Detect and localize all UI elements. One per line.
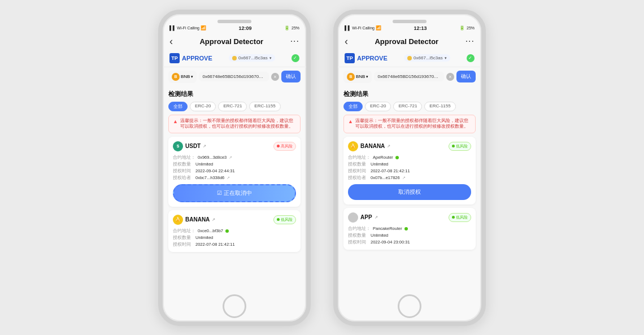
address-pill-r[interactable]: 0x667...l5c3as ▾	[404, 54, 450, 62]
back-button[interactable]: ‹	[169, 36, 173, 47]
wifi-signal-icon: 📶	[201, 25, 206, 31]
token-card-app: APP ↗ 低风险 合约地址： PancakeRouter	[343, 208, 476, 250]
app-header-right: TP APPROVE 0x667...l5c3as ▾ ✓	[338, 51, 481, 67]
scroll-area-left[interactable]: 检测结果 全部 ERC-20 ERC-721 ERC-1155 ▲ 温馨提示：一…	[163, 86, 306, 297]
token-name-usdt: $ USDT ↗	[173, 141, 206, 151]
clear-button-r[interactable]: ×	[446, 73, 454, 81]
tab-erc721-r[interactable]: ERC-721	[393, 102, 422, 111]
banana-link-icon[interactable]: ↗	[212, 217, 215, 222]
banana-time-value-r: 2022-07-08 21:42:11	[371, 168, 410, 173]
auth-link-icon[interactable]: ↗	[227, 176, 230, 180]
external-link-icon[interactable]: ↗	[203, 144, 206, 149]
amount-label: 授权数量	[173, 162, 193, 167]
banana-icon-r: 🍌	[348, 141, 358, 151]
contract-label: 合约地址：	[173, 155, 195, 160]
wifi-label: Wi-Fi Calling	[177, 26, 199, 30]
back-button-r[interactable]: ‹	[345, 36, 348, 47]
time-label: 授权时间	[173, 168, 193, 174]
risk-dot-low-icon	[277, 218, 280, 221]
address-text-r: 0x667...l5c3as	[414, 55, 443, 60]
battery-icon: 🔋	[284, 25, 290, 31]
tab-all[interactable]: 全部	[168, 102, 188, 111]
warning-icon-r: ▲	[348, 119, 353, 124]
confirm-button[interactable]: 确认	[281, 71, 301, 82]
app-amount-value: Unlimited	[371, 233, 388, 238]
risk-label-high: 高风险	[281, 143, 293, 149]
status-right-r: 🔋 25%	[459, 25, 475, 31]
nav-bar-right: ‹ Approval Detector ···	[338, 33, 481, 51]
tab-erc1155-r[interactable]: ERC-1155	[424, 102, 455, 111]
confirm-button-r[interactable]: 确认	[456, 71, 476, 82]
contract-link-icon[interactable]: ↗	[229, 155, 232, 160]
more-button[interactable]: ···	[290, 36, 299, 46]
cancel-active-button[interactable]: ☑ 正在取消中	[173, 184, 296, 202]
banana-label: BANANA	[185, 216, 210, 223]
chevron-down-icon-r: ▾	[445, 56, 447, 60]
banana-link-icon-r[interactable]: ↗	[387, 144, 390, 149]
wifi-icon: ▌▌	[169, 25, 176, 31]
status-time-r: 12:13	[414, 25, 427, 31]
app-label: APP	[360, 214, 372, 220]
risk-badge-high: 高风险	[273, 142, 296, 151]
tab-erc20-r[interactable]: ERC-20	[365, 102, 391, 111]
page-title-r: Approval Detector	[375, 37, 438, 46]
battery-icon-r: 🔋	[459, 25, 465, 31]
app-contract-row: 合约地址： PancakeRouter	[348, 226, 471, 232]
address-input[interactable]: 0x66748e65BD156d193670Ad6A6	[199, 72, 269, 81]
tab-erc1155[interactable]: ERC-1155	[249, 102, 280, 111]
tab-erc721[interactable]: ERC-721	[218, 102, 247, 111]
banana-time-label: 授权时间	[173, 242, 193, 247]
chain-select[interactable]: B BNB ▾	[168, 71, 197, 83]
scroll-area-right[interactable]: 检测结果 全部 ERC-20 ERC-721 ERC-1155 ▲ 温馨提示：一…	[338, 86, 481, 297]
risk-badge-low-app: 低风险	[449, 213, 471, 222]
clear-button[interactable]: ×	[271, 73, 279, 81]
phone-right: ▌▌ Wi-Fi Calling 📶 12:13 🔋 25% ‹ Approva…	[333, 10, 486, 326]
tp-icon: TP	[169, 53, 180, 63]
more-button-r[interactable]: ···	[465, 36, 475, 46]
app-logo: TP APPROVE	[169, 53, 212, 63]
token-info-banana-r: 合约地址： ApeRouter 授权数量 Unlimited 授权时间 2022…	[348, 155, 471, 181]
chain-select-r[interactable]: B BNB ▾	[343, 71, 372, 83]
banana-contract-row: 合约地址： 0xce0...bf3b7	[173, 228, 296, 234]
banana-amount-value-r: Unlimited	[371, 162, 388, 167]
usdt-icon: $	[173, 141, 183, 151]
app-time-row: 授权时间 2022-09-04 23:00:31	[348, 240, 471, 245]
usdt-label: USDT	[185, 143, 201, 149]
app-logo-r: TP APPROVE	[345, 53, 388, 63]
contract-row: 合约地址： 0x969...3d8ce3 ↗	[173, 155, 296, 160]
tab-erc20[interactable]: ERC-20	[190, 102, 216, 111]
app-name-r: APPROVE	[357, 55, 388, 62]
bnb-icon-r: B	[347, 73, 355, 81]
banana-contract-value: 0xce0...bf3b7	[198, 228, 223, 233]
token-name-banana: 🍌 BANANA ↗	[173, 215, 215, 225]
token-name-app: APP ↗	[348, 212, 378, 223]
page-title: Approval Detector	[199, 37, 263, 46]
token-name-banana-r: 🍌 BANANA ↗	[348, 141, 390, 151]
banana-contract-value-r: ApeRouter	[373, 155, 393, 160]
app-verified-dot-icon	[404, 227, 408, 230]
address-pill[interactable]: 0x667...l5c3as ▾	[229, 54, 275, 62]
verified-icon: ✓	[291, 54, 299, 62]
status-left-r: ▌▌ Wi-Fi Calling 📶	[345, 25, 381, 31]
banana-amount-value: Unlimited	[195, 235, 213, 240]
cancel-button-r[interactable]: 取消授权	[348, 184, 471, 200]
tab-all-r[interactable]: 全部	[343, 102, 363, 111]
token-card-usdt: $ USDT ↗ 高风险 合约地址： 0x969...3d8ce3	[168, 137, 301, 207]
token-header-app: APP ↗ 低风险	[348, 212, 471, 223]
verified-icon-r: ✓	[467, 54, 475, 62]
banana-auth-link-icon[interactable]: ↗	[402, 176, 406, 180]
risk-label-low: 低风险	[281, 217, 293, 223]
app-amount-row: 授权数量 Unlimited	[348, 233, 471, 238]
cancel-label-r: 取消授权	[398, 188, 421, 196]
token-header-banana: 🍌 BANANA ↗ 低风险	[173, 215, 296, 225]
phone-left: ▌▌ Wi-Fi Calling 📶 12:09 🔋 25% ‹ Approva…	[158, 10, 311, 326]
warning-icon: ▲	[173, 119, 178, 124]
addr-dot-icon	[232, 56, 237, 60]
chevron-down-icon: ▾	[269, 56, 272, 60]
chain-chevron-icon-r: ▾	[366, 75, 368, 79]
address-input-r[interactable]: 0x66748e65BD156d193670Ad6A6	[374, 72, 444, 81]
tp-icon-r: TP	[345, 53, 355, 63]
bnb-icon: B	[172, 73, 180, 81]
app-link-icon[interactable]: ↗	[375, 215, 378, 220]
nav-bar-left: ‹ Approval Detector ···	[163, 33, 306, 51]
